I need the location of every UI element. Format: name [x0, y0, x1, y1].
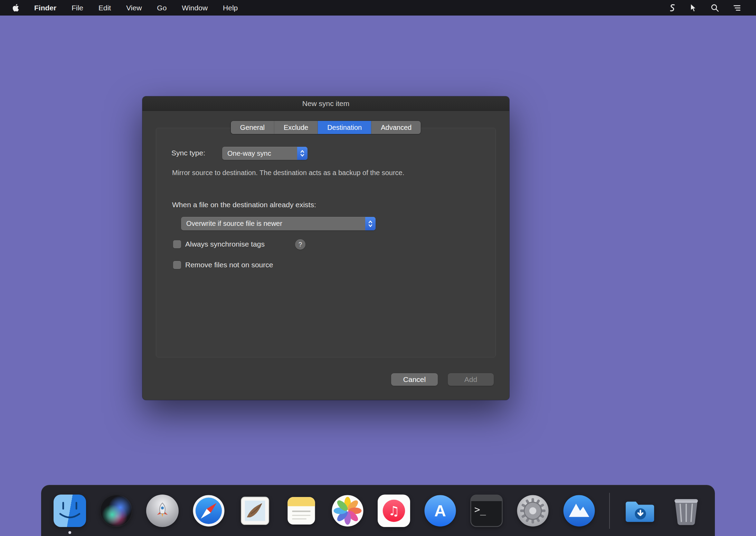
photos-flower-icon	[331, 495, 364, 527]
menu-bar: Finder File Edit View Go Window Help	[0, 0, 756, 16]
finder-icon	[54, 495, 86, 527]
dock-icon-mail[interactable]	[239, 495, 271, 527]
exists-popup-value: Overwrite if source file is newer	[186, 217, 282, 230]
checkbox-remove-files[interactable]	[173, 261, 181, 269]
tab-bar: General Exclude Destination Advanced	[231, 121, 421, 134]
trash-icon	[670, 495, 702, 527]
dock-divider	[609, 493, 610, 529]
svg-text:♫: ♫	[388, 504, 400, 518]
new-sync-item-window: New sync item General Exclude Destinatio…	[142, 96, 509, 400]
help-button[interactable]: ?	[295, 239, 305, 250]
gear-icon	[517, 495, 549, 527]
sync-type-label: Sync type:	[171, 149, 205, 157]
checkbox-sync-tags[interactable]	[173, 240, 181, 248]
mail-stamp-icon	[239, 495, 271, 527]
menu-app-name[interactable]: Finder	[34, 4, 56, 12]
dock-icon-system-preferences[interactable]	[517, 495, 549, 527]
menu-item-file[interactable]: File	[72, 4, 83, 12]
menu-item-edit[interactable]: Edit	[98, 4, 111, 12]
exists-popup[interactable]: Overwrite if source file is newer	[181, 217, 376, 230]
cancel-button[interactable]: Cancel	[391, 373, 438, 386]
dock-icon-trash[interactable]	[670, 495, 702, 527]
sync-app-mountains-icon	[563, 495, 595, 527]
menu-item-go[interactable]: Go	[157, 4, 167, 12]
launchpad-rocket-icon	[146, 495, 179, 527]
dock-icon-launchpad[interactable]	[146, 495, 179, 527]
sync-type-description: Mirror source to destination. The destin…	[172, 169, 404, 177]
add-button[interactable]: Add	[448, 373, 494, 386]
dock-icon-music[interactable]: ♫	[378, 495, 410, 527]
music-note-icon: ♫	[378, 495, 410, 527]
desktop: Finder File Edit View Go Window Help	[0, 0, 756, 536]
help-button-glyph: ?	[299, 241, 302, 248]
menu-item-help[interactable]: Help	[223, 4, 238, 12]
dock-icon-app-store[interactable]: A	[424, 495, 456, 527]
siri-icon	[100, 495, 132, 527]
safari-compass-icon	[192, 495, 225, 527]
dock-icon-finder[interactable]	[54, 495, 86, 527]
exists-label: When a file on the destination already e…	[172, 201, 316, 209]
pointer-tool-icon[interactable]	[690, 3, 697, 12]
tab-advanced[interactable]: Advanced	[371, 121, 421, 134]
app-store-icon: A	[424, 495, 456, 527]
menu-item-window[interactable]: Window	[182, 4, 208, 12]
notes-icon	[285, 495, 318, 527]
apple-menu-icon[interactable]	[12, 4, 19, 12]
popup-chevrons-icon	[297, 147, 308, 160]
svg-text:A: A	[434, 501, 446, 520]
window-title-bar[interactable]: New sync item	[142, 96, 509, 111]
dock-icon-photos[interactable]	[331, 495, 364, 527]
tab-general[interactable]: General	[231, 121, 274, 134]
checkbox-remove-files-label: Remove files not on source	[185, 261, 273, 269]
dock: ♫ A >_	[41, 485, 715, 536]
sync-type-popup[interactable]: One-way sync	[222, 147, 308, 160]
window-title: New sync item	[302, 99, 350, 108]
running-indicator	[68, 531, 71, 534]
menu-item-view[interactable]: View	[126, 4, 142, 12]
tab-destination[interactable]: Destination	[318, 121, 371, 134]
dock-icon-terminal[interactable]: >_	[470, 495, 503, 527]
sync-type-popup-value: One-way sync	[227, 147, 271, 160]
spotlight-search-icon[interactable]	[710, 3, 719, 12]
dock-icon-siri[interactable]	[100, 495, 132, 527]
tab-exclude[interactable]: Exclude	[274, 121, 318, 134]
dock-icon-safari[interactable]	[192, 495, 225, 527]
dock-icon-downloads[interactable]	[624, 495, 656, 527]
dock-icon-sync-app[interactable]	[563, 495, 595, 527]
downloads-folder-icon	[624, 495, 656, 527]
tab-content-panel: Sync type: One-way sync Mirror source to…	[156, 128, 496, 357]
sync-status-icon[interactable]	[668, 3, 677, 12]
svg-text:>_: >_	[474, 504, 486, 515]
dock-icon-notes[interactable]	[285, 495, 318, 527]
popup-chevrons-icon	[365, 217, 376, 230]
terminal-icon: >_	[470, 495, 503, 527]
list-menu-icon[interactable]	[733, 3, 741, 12]
checkbox-sync-tags-label: Always synchronise tags	[185, 240, 265, 248]
